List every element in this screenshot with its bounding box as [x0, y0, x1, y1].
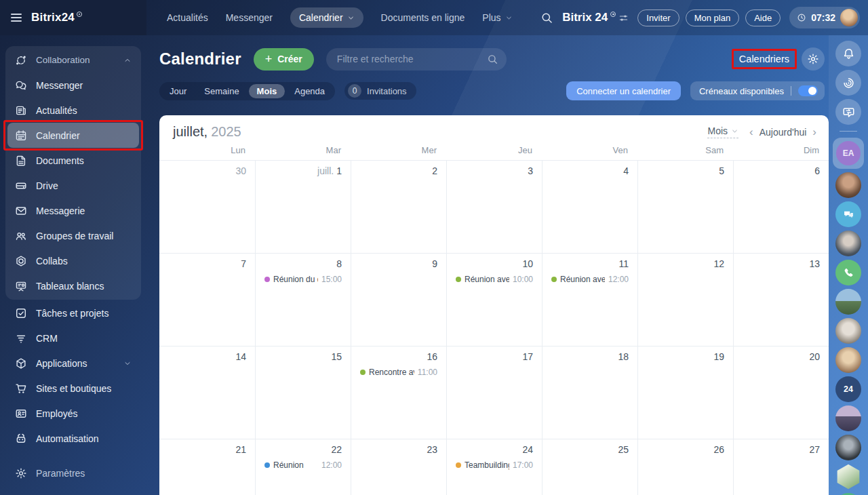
view-tab-jour[interactable]: Jour — [161, 84, 195, 98]
search-icon[interactable] — [540, 12, 553, 24]
filter-search-box[interactable] — [326, 48, 507, 71]
calendar-day-cell[interactable]: 11Réunion avec l...12:00 — [542, 253, 637, 346]
invitations-label: Invitations — [367, 86, 407, 96]
available-slots-toggle[interactable] — [798, 85, 818, 96]
calendar-day-cell[interactable]: juill.1 — [255, 160, 351, 253]
chat-avatar-landscape-landscape-icon[interactable] — [835, 289, 861, 315]
chat-avatar-man-man-portrait-icon[interactable] — [835, 231, 861, 256]
sidebar-item-drive[interactable]: Drive — [7, 173, 139, 198]
portal-name[interactable]: Bitrix 24 — [562, 11, 629, 24]
calendar-view-select[interactable]: Mois — [707, 125, 738, 138]
calendar-day-cell[interactable]: 27 — [733, 439, 829, 495]
mon-plan-button[interactable]: Mon plan — [686, 9, 739, 26]
calendar-settings-button[interactable] — [802, 47, 825, 71]
calendar-day-cell[interactable]: 17 — [446, 346, 542, 439]
calendar-day-cell[interactable]: 30 — [159, 160, 255, 253]
calendar-day-cell[interactable]: 13 — [733, 253, 829, 346]
sidebar-item-collabs[interactable]: Collabs — [7, 248, 139, 273]
calendar-event[interactable]: Réunion12:00 — [264, 460, 342, 470]
topnav-documents-en-ligne[interactable]: Documents en ligne — [381, 7, 465, 28]
calendar-day-cell[interactable]: 8Réunion du dé...15:00 — [255, 253, 351, 346]
sidebar-item-messagerie[interactable]: Messagerie — [7, 198, 139, 223]
view-tab-semaine[interactable]: Semaine — [196, 84, 247, 98]
prev-month-button[interactable]: ‹ — [749, 126, 753, 138]
connect-calendar-button[interactable]: Connecter un calendrier — [566, 81, 681, 100]
sidebar-item-documents[interactable]: Documents — [7, 148, 139, 173]
calendar-day-cell[interactable]: 14 — [159, 346, 255, 439]
calendar-day-cell[interactable]: 23 — [351, 439, 446, 495]
calendar-day-cell[interactable]: 19 — [637, 346, 733, 439]
create-button[interactable]: + Créer — [254, 48, 314, 71]
calendar-day-cell[interactable]: 5 — [637, 160, 733, 253]
sidebar-item-parametres[interactable]: Paramètres — [7, 460, 139, 486]
sidebar-item-tableaux-blancs[interactable]: Tableaux blancs — [7, 273, 139, 298]
calendar-day-cell[interactable]: 10Réunion avec l...10:00 — [446, 253, 542, 346]
calendar-day-cell[interactable]: 24Teambuilding17:00 — [446, 439, 542, 495]
time-status-pill[interactable]: 07:32 — [789, 7, 860, 28]
chat-item-ea[interactable]: EA — [833, 138, 864, 169]
aide-button[interactable]: Aide — [745, 9, 781, 26]
sidebar-item-taches-et-projets[interactable]: Tâches et projets — [7, 300, 139, 325]
search-icon[interactable] — [487, 54, 498, 65]
calendar-day-cell[interactable]: 16Rencontre avec...11:00 — [351, 346, 446, 439]
today-button[interactable]: Aujourd'hui — [760, 127, 807, 138]
calendar-day-cell[interactable]: 15 — [255, 346, 351, 439]
search-input[interactable] — [337, 54, 487, 64]
invitations-pill[interactable]: 0 Invitations — [344, 82, 416, 100]
chat-avatar-city-city-icon[interactable] — [835, 405, 861, 431]
calendar-event[interactable]: Réunion avec l...12:00 — [551, 275, 629, 284]
sidebar-item-crm[interactable]: CRM — [7, 325, 139, 351]
sidebar-item-sites-et-boutiques[interactable]: Sites et boutiques — [7, 376, 139, 401]
calendar-day-cell[interactable]: 22Réunion12:00 — [255, 439, 351, 495]
calendar-day-cell[interactable]: 3 — [446, 160, 542, 253]
calendar-day-cell[interactable]: 12 — [637, 253, 733, 346]
calendar-day-cell[interactable]: 9 — [351, 253, 446, 346]
sidebar-item-automatisation[interactable]: Automatisation — [7, 426, 139, 451]
sidebar-item-label: Applications — [36, 358, 87, 369]
calendar-day-cell[interactable]: 4 — [542, 160, 637, 253]
calendars-button[interactable]: Calendriers — [739, 54, 789, 64]
user-avatar[interactable] — [840, 9, 858, 26]
calendar-event[interactable]: Teambuilding17:00 — [456, 460, 533, 470]
calendar-day-cell[interactable]: 18 — [542, 346, 637, 439]
day-number: 27 — [743, 444, 820, 455]
inviter-button[interactable]: Inviter — [637, 9, 679, 26]
calendar-event[interactable]: Réunion avec l...10:00 — [456, 275, 533, 284]
calendar-event[interactable]: Réunion du dé...15:00 — [264, 275, 342, 284]
calendar-day-cell[interactable]: 7 — [159, 253, 255, 346]
calendar-day-cell[interactable]: 21 — [159, 439, 255, 495]
sidebar-item-applications[interactable]: Applications — [7, 351, 139, 376]
calendar-day-cell[interactable]: 26 — [637, 439, 733, 495]
chat-avatar-man-dark-man-dark-icon[interactable] — [835, 435, 861, 460]
hamburger-menu-icon[interactable] — [11, 14, 22, 22]
chat-channel-button[interactable] — [835, 201, 861, 227]
view-tab-agenda[interactable]: Agenda — [286, 84, 333, 98]
sidebar-item-calendrier[interactable]: Calendrier — [7, 123, 139, 148]
topnav-actualites[interactable]: Actualités — [167, 7, 208, 28]
sidebar-section-collaboration[interactable]: Collaboration — [7, 47, 139, 73]
chat-avatar-blonde-woman-blonde-icon[interactable] — [835, 347, 861, 373]
next-month-button[interactable]: › — [812, 126, 816, 138]
topnav-calendrier[interactable]: Calendrier — [290, 7, 363, 28]
translator-button[interactable] — [835, 99, 861, 125]
topnav-messenger[interactable]: Messenger — [226, 7, 273, 28]
sidebar-item-groupes-de-travail[interactable]: Groupes de travail — [7, 223, 139, 248]
calendar-day-cell[interactable]: 20 — [733, 346, 829, 439]
view-tab-mois[interactable]: Mois — [249, 84, 285, 98]
calls-button[interactable] — [835, 260, 861, 285]
chat-avatar-cat-cat-icon[interactable] — [835, 318, 861, 344]
chat-avatar-hexagon-hexagon-map-icon[interactable] — [835, 464, 861, 490]
copilot-button[interactable] — [835, 70, 861, 96]
chat-item-24[interactable]: 24 — [835, 376, 861, 402]
bitrix24-logo[interactable]: Bitrix24 — [31, 11, 82, 24]
calendar-day-cell[interactable]: 25 — [542, 439, 637, 495]
sidebar-item-messenger[interactable]: Messenger — [7, 73, 139, 98]
topnav-plus[interactable]: Plus — [482, 7, 512, 28]
calendar-event[interactable]: Rencontre avec...11:00 — [360, 368, 437, 377]
sidebar-item-actualites[interactable]: Actualités — [7, 98, 139, 123]
calendar-day-cell[interactable]: 2 — [351, 160, 446, 253]
chat-avatar-woman-woman-portrait-icon[interactable] — [835, 172, 861, 198]
notifications-button[interactable] — [835, 41, 861, 66]
calendar-day-cell[interactable]: 6 — [733, 160, 829, 253]
sidebar-item-employes[interactable]: Employés — [7, 401, 139, 426]
